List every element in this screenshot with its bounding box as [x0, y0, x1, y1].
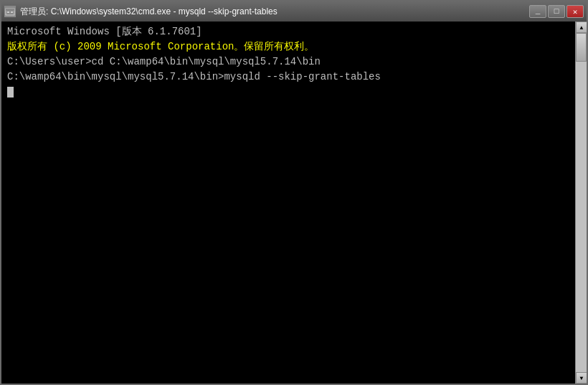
terminal-line: 版权所有 (c) 2009 Microsoft Corporation。保留所有… [7, 39, 569, 54]
title-bar-text: 管理员: C:\Windows\system32\cmd.exe - mysql… [20, 6, 529, 18]
svg-rect-2 [7, 11, 9, 13]
terminal-line: C:\wamp64\bin\mysql\mysql5.7.14\bin>mysq… [7, 70, 569, 85]
terminal-cursor [7, 87, 14, 98]
minimize-button[interactable]: _ [529, 5, 546, 18]
cmd-window: 管理员: C:\Windows\system32\cmd.exe - mysql… [0, 0, 588, 385]
scrollbar-track[interactable] [576, 33, 587, 372]
svg-rect-3 [11, 11, 13, 13]
terminal-content[interactable]: Microsoft Windows [版本 6.1.7601]版权所有 (c) … [1, 22, 575, 384]
close-button[interactable]: ✕ [566, 5, 584, 18]
maximize-button[interactable]: □ [548, 5, 565, 18]
terminal-cursor-line [7, 85, 569, 100]
scrollbar-down-button[interactable]: ▼ [576, 372, 587, 384]
window-icon [4, 6, 16, 17]
title-bar-controls: _ □ ✕ [529, 5, 584, 18]
terminal-line: C:\Users\user>cd C:\wamp64\bin\mysql\mys… [7, 54, 569, 70]
terminal-wrapper: Microsoft Windows [版本 6.1.7601]版权所有 (c) … [1, 22, 587, 384]
terminal-line: Microsoft Windows [版本 6.1.7601] [7, 24, 569, 39]
scrollbar-up-button[interactable]: ▲ [576, 22, 587, 33]
scrollbar-thumb[interactable] [576, 33, 587, 62]
svg-rect-1 [6, 9, 14, 11]
scrollbar[interactable]: ▲ ▼ [575, 22, 587, 384]
title-bar: 管理员: C:\Windows\system32\cmd.exe - mysql… [1, 1, 587, 22]
